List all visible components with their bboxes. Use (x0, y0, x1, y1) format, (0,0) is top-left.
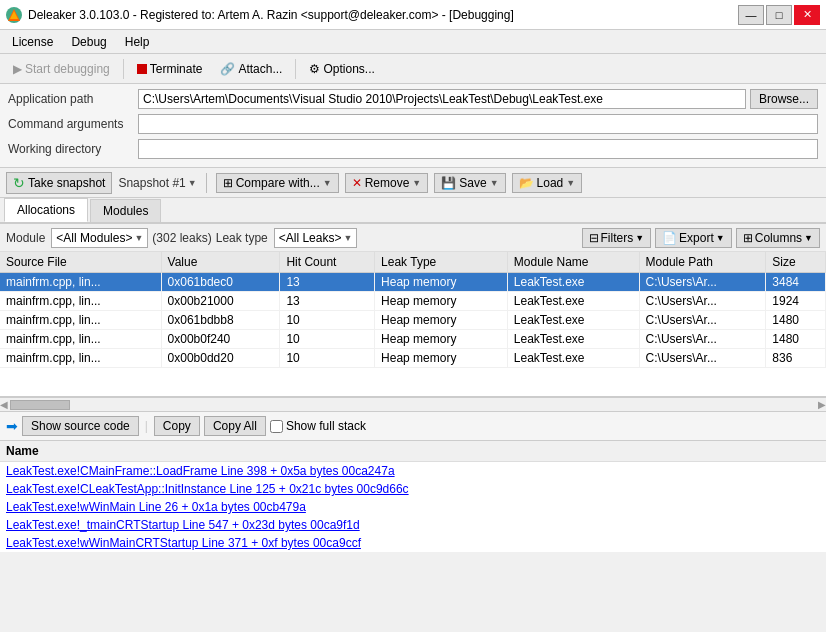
leak-type-filter-select[interactable]: <All Leaks> ▼ (274, 228, 358, 248)
table-row[interactable]: mainfrm.cpp, lin...0x00b0dd2010Heap memo… (0, 349, 826, 368)
stack-item[interactable]: LeakTest.exe!CLeakTestApp::InitInstance … (0, 480, 826, 498)
table-cell: 1480 (766, 330, 826, 349)
working-dir-label: Working directory (8, 142, 138, 156)
columns-button[interactable]: ⊞ Columns ▼ (736, 228, 820, 248)
module-filter-label: Module (6, 231, 45, 245)
remove-dropdown-arrow[interactable]: ▼ (412, 178, 421, 188)
start-debugging-button[interactable]: ▶ Start debugging (6, 59, 117, 79)
table-cell: mainfrm.cpp, lin... (0, 273, 161, 292)
remove-label: Remove (365, 176, 410, 190)
save-button[interactable]: 💾 Save ▼ (434, 173, 505, 193)
table-cell: 13 (280, 292, 375, 311)
bottom-toolbar: ➡ Show source code | Copy Copy All Show … (0, 411, 826, 441)
table-cell: 836 (766, 349, 826, 368)
columns-label: Columns (755, 231, 802, 245)
table-cell: C:\Users\Ar... (639, 349, 766, 368)
tab-allocations[interactable]: Allocations (4, 198, 88, 222)
show-source-button[interactable]: Show source code (22, 416, 139, 436)
show-full-stack-label[interactable]: Show full stack (270, 419, 366, 433)
col-source-file: Source File (0, 252, 161, 273)
compare-button[interactable]: ⊞ Compare with... ▼ (216, 173, 339, 193)
module-filter-select[interactable]: <All Modules> ▼ (51, 228, 148, 248)
allocations-table: Source File Value Hit Count Leak Type Mo… (0, 252, 826, 368)
scroll-left-icon[interactable]: ◀ (0, 399, 8, 410)
snapshot-dropdown-arrow[interactable]: ▼ (188, 178, 197, 188)
tab-modules[interactable]: Modules (90, 199, 161, 222)
table-cell: Heap memory (375, 330, 508, 349)
table-cell: C:\Users\Ar... (639, 330, 766, 349)
copy-label: Copy (163, 419, 191, 433)
close-button[interactable]: ✕ (794, 5, 820, 25)
working-dir-row: Working directory (8, 138, 818, 160)
table-cell: 10 (280, 311, 375, 330)
attach-label: Attach... (238, 62, 282, 76)
remove-button[interactable]: ✕ Remove ▼ (345, 173, 429, 193)
menu-debug[interactable]: Debug (63, 33, 114, 51)
load-label: Load (537, 176, 564, 190)
table-row[interactable]: mainfrm.cpp, lin...0x061bdec013Heap memo… (0, 273, 826, 292)
options-icon: ⚙ (309, 62, 320, 76)
copy-button[interactable]: Copy (154, 416, 200, 436)
cmd-args-input[interactable] (138, 114, 818, 134)
menu-license[interactable]: License (4, 33, 61, 51)
load-button[interactable]: 📂 Load ▼ (512, 173, 583, 193)
module-leak-count: (302 leaks) (152, 231, 211, 245)
export-button[interactable]: 📄 Export ▼ (655, 228, 732, 248)
save-dropdown-arrow[interactable]: ▼ (490, 178, 499, 188)
stack-item[interactable]: LeakTest.exe!wWinMain Line 26 + 0x1a byt… (0, 498, 826, 516)
table-row[interactable]: mainfrm.cpp, lin...0x00b0f24010Heap memo… (0, 330, 826, 349)
terminate-button[interactable]: Terminate (130, 59, 210, 79)
table-cell: mainfrm.cpp, lin... (0, 311, 161, 330)
col-size: Size (766, 252, 826, 273)
toolbar-separator-3: | (145, 419, 148, 433)
table-cell: 10 (280, 349, 375, 368)
table-cell: 1480 (766, 311, 826, 330)
table-cell: 0x00b0dd20 (161, 349, 280, 368)
working-dir-input[interactable] (138, 139, 818, 159)
columns-arrow: ▼ (804, 233, 813, 243)
app-path-label: Application path (8, 92, 138, 106)
filters-button[interactable]: ⊟ Filters ▼ (582, 228, 652, 248)
maximize-button[interactable]: □ (766, 5, 792, 25)
app-path-row: Application path Browse... (8, 88, 818, 110)
table-cell: 13 (280, 273, 375, 292)
start-debugging-label: Start debugging (25, 62, 110, 76)
table-cell: Heap memory (375, 273, 508, 292)
fields-area: Application path Browse... Command argum… (0, 84, 826, 168)
table-cell: C:\Users\Ar... (639, 273, 766, 292)
copy-all-label: Copy All (213, 419, 257, 433)
table-cell: Heap memory (375, 311, 508, 330)
filters-label: Filters (601, 231, 634, 245)
stack-item[interactable]: LeakTest.exe!wWinMainCRTStartup Line 371… (0, 534, 826, 552)
export-arrow: ▼ (716, 233, 725, 243)
take-snapshot-button[interactable]: ↻ Take snapshot (6, 172, 112, 194)
scrollbar-thumb[interactable] (10, 400, 70, 410)
table-row[interactable]: mainfrm.cpp, lin...0x061bdbb810Heap memo… (0, 311, 826, 330)
browse-button[interactable]: Browse... (750, 89, 818, 109)
stack-item[interactable]: LeakTest.exe!CMainFrame::LoadFrame Line … (0, 462, 826, 480)
compare-icon: ⊞ (223, 176, 233, 190)
table-cell: LeakTest.exe (507, 273, 639, 292)
module-filter-value: <All Modules> (56, 231, 132, 245)
attach-button[interactable]: 🔗 Attach... (213, 59, 289, 79)
show-full-stack-checkbox[interactable] (270, 420, 283, 433)
col-value: Value (161, 252, 280, 273)
load-dropdown-arrow[interactable]: ▼ (566, 178, 575, 188)
stack-item[interactable]: LeakTest.exe!_tmainCRTStartup Line 547 +… (0, 516, 826, 534)
menu-help[interactable]: Help (117, 33, 158, 51)
snapshot-name-text: Snapshot #1 (118, 176, 185, 190)
filter-bar: Module <All Modules> ▼ (302 leaks) Leak … (0, 224, 826, 252)
compare-dropdown-arrow[interactable]: ▼ (323, 178, 332, 188)
snapshot-bar: ↻ Take snapshot Snapshot #1 ▼ ⊞ Compare … (0, 168, 826, 198)
window-controls: — □ ✕ (738, 5, 820, 25)
table-row[interactable]: mainfrm.cpp, lin...0x00b2100013Heap memo… (0, 292, 826, 311)
app-path-input[interactable] (138, 89, 746, 109)
options-button[interactable]: ⚙ Options... (302, 59, 381, 79)
col-hit-count: Hit Count (280, 252, 375, 273)
minimize-button[interactable]: — (738, 5, 764, 25)
scroll-right-icon[interactable]: ▶ (818, 399, 826, 410)
horizontal-scrollbar[interactable]: ◀ ▶ (0, 397, 826, 411)
copy-all-button[interactable]: Copy All (204, 416, 266, 436)
show-source-label: Show source code (31, 419, 130, 433)
take-snapshot-label: Take snapshot (28, 176, 105, 190)
